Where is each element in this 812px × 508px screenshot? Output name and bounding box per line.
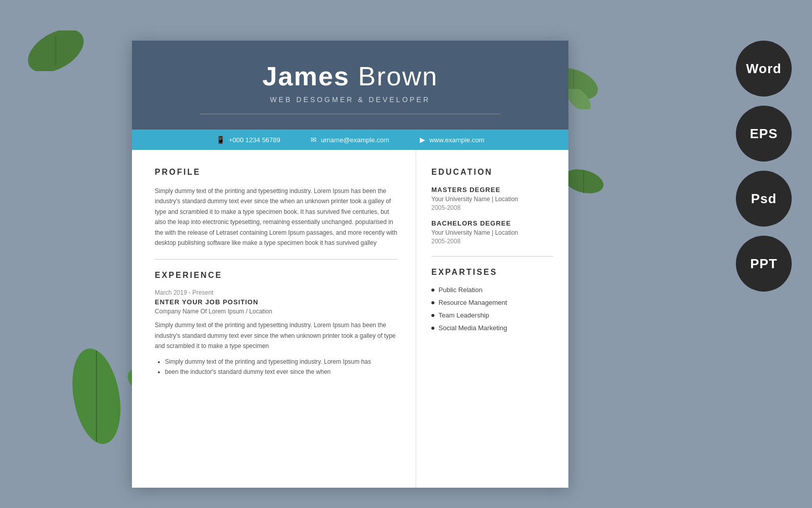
masters-school: Your University Name | Location xyxy=(431,196,553,203)
profile-divider xyxy=(155,259,398,260)
resume-header: James Brown WEB DESOGMER & DEVELOPER xyxy=(132,41,568,130)
exp-bullet-1: Simply dummy text of the printing and ty… xyxy=(165,357,398,367)
header-divider xyxy=(200,114,500,114)
bachelors-degree-label: BACHELORS DEGREE xyxy=(431,219,553,227)
masters-degree-label: MASTERS DEGREE xyxy=(431,186,553,194)
word-button[interactable]: Word xyxy=(736,41,792,97)
exp-date: March 2019 - Present xyxy=(155,289,398,296)
masters-years: 2005-2008 xyxy=(431,204,553,211)
left-column: PROFILE Simply dummy text of the printin… xyxy=(132,150,416,488)
psd-button[interactable]: Psd xyxy=(736,171,792,227)
expertise-social-media: Social Media Marketing xyxy=(431,324,553,332)
exp-position: ENTER YOUR JOB POSITION xyxy=(155,298,398,306)
exp-bullets: Simply dummy text of the printing and ty… xyxy=(155,357,398,377)
eps-button[interactable]: EPS xyxy=(736,106,792,162)
profile-text: Simply dummy text of the printing and ty… xyxy=(155,186,398,248)
degree-masters: MASTERS DEGREE Your University Name | Lo… xyxy=(431,186,553,211)
ppt-button[interactable]: PPT xyxy=(736,236,792,292)
exp-bullet-2: been the inductor's standard dummy text … xyxy=(165,367,398,377)
website-icon: ▶ xyxy=(420,136,425,144)
profile-title: PROFILE xyxy=(155,168,398,177)
bullet-icon xyxy=(431,301,434,304)
resume-card: James Brown WEB DESOGMER & DEVELOPER 📱 +… xyxy=(132,41,568,488)
experience-item: March 2019 - Present ENTER YOUR JOB POSI… xyxy=(155,289,398,377)
bullet-icon xyxy=(431,289,434,292)
contact-website: ▶ www.example.com xyxy=(420,136,484,144)
contact-bar: 📱 +000 1234 56789 ✉ urname@example.com ▶… xyxy=(132,130,568,150)
email-icon: ✉ xyxy=(311,136,317,144)
education-divider xyxy=(431,256,553,257)
experience-title: EXPERIENCE xyxy=(155,271,398,280)
contact-phone: 📱 +000 1234 56789 xyxy=(216,136,281,144)
exp-description: Simply dummy text of the printing and ty… xyxy=(155,320,398,351)
exp-company: Company Name Of Lorem Ipsum / Location xyxy=(155,308,398,315)
candidate-name: James Brown xyxy=(162,61,538,91)
bullet-icon xyxy=(431,327,434,330)
bachelors-years: 2005-2008 xyxy=(431,238,553,245)
candidate-title: WEB DESOGMER & DEVELOPER xyxy=(162,96,538,104)
expertise-resource-management: Resource Management xyxy=(431,299,553,306)
right-column: EDUCATION MASTERS DEGREE Your University… xyxy=(416,150,568,488)
contact-email: ✉ urname@example.com xyxy=(311,136,389,144)
phone-icon: 📱 xyxy=(216,136,225,144)
expertise-team-leadership: Team Leadership xyxy=(431,311,553,319)
degree-bachelors: BACHELORS DEGREE Your University Name | … xyxy=(431,219,553,245)
expertise-public-relation: Public Relation xyxy=(431,286,553,294)
format-buttons-container: Word EPS Psd PPT xyxy=(736,41,792,292)
resume-body: PROFILE Simply dummy text of the printin… xyxy=(132,150,568,488)
bullet-icon xyxy=(431,314,434,317)
expertises-title: EXPARTISES xyxy=(431,268,553,277)
bachelors-school: Your University Name | Location xyxy=(431,229,553,236)
education-title: EDUCATION xyxy=(431,168,553,177)
